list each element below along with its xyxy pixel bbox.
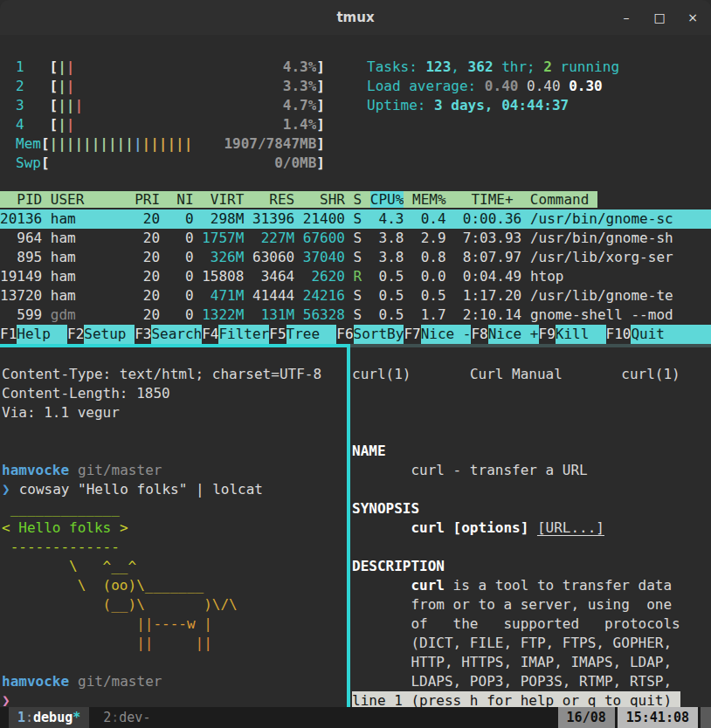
uptime-label: Uptime: bbox=[367, 97, 434, 113]
fkey-item-help[interactable]: F1Help bbox=[0, 325, 67, 344]
cowsay-bubble-bottom: ------------- bbox=[2, 538, 347, 557]
threads-count: 362 bbox=[468, 58, 494, 75]
man-indent bbox=[352, 519, 411, 536]
cowsay-cow-line: \ (oo)\_______ bbox=[2, 576, 347, 595]
meter-bracket: ] bbox=[316, 77, 325, 96]
description-curl-word: curl bbox=[411, 577, 445, 594]
state-cell: S bbox=[345, 249, 370, 265]
cowsay-cow-line: ||----w | bbox=[2, 615, 347, 634]
htop-summary: Tasks: 123, 362 thr; 2 running Load aver… bbox=[367, 58, 619, 115]
process-row[interactable]: 19149 ham 20 0 15808 3464 2620 R 0.5 0.0… bbox=[0, 267, 711, 286]
shr-cell: 24216 bbox=[294, 287, 345, 304]
shr-cell: 56328 bbox=[294, 306, 345, 323]
shr-cell: 37040 bbox=[294, 249, 345, 265]
fkey-item-kill[interactable]: F9Kill bbox=[539, 325, 606, 344]
process-row[interactable]: 13720 ham 20 0 471M 41444 24216 S 0.5 0.… bbox=[0, 286, 711, 306]
meter-value: 4.7% bbox=[283, 96, 317, 115]
meter-value: 3.3% bbox=[283, 77, 317, 96]
cpu-bar-red: | bbox=[66, 116, 75, 133]
meter-label: Mem bbox=[16, 134, 41, 154]
cowsay-cow-line: || || bbox=[2, 634, 347, 653]
uptime-value: 3 days, 04:44:37 bbox=[434, 97, 569, 113]
man-title-left: curl(1) bbox=[352, 366, 411, 382]
command-cell: gnome-shell --mod bbox=[530, 306, 673, 323]
fkey-item-nice-plus[interactable]: F8Nice + bbox=[471, 325, 538, 344]
minimize-icon[interactable]: – bbox=[618, 8, 634, 27]
stats-cell: 0.5 1.7 2:10.14 bbox=[370, 306, 530, 323]
header-sort-column-cpu[interactable]: CPU% bbox=[370, 191, 404, 208]
fkey-item-quit[interactable]: F10Quit bbox=[606, 325, 665, 344]
shell-pane[interactable]: Content-Type: text/html; charset=UTF-8 C… bbox=[0, 347, 347, 707]
cpu-meter-2: 2 [||3.3%] bbox=[16, 77, 325, 96]
pid-cell: 895 bbox=[0, 249, 51, 265]
fkey-item-sortby[interactable]: F6SortBy bbox=[336, 325, 404, 344]
process-row[interactable]: 895 ham 20 0 326M 63060 37040 S 3.8 0.8 … bbox=[0, 248, 711, 267]
process-row-selected[interactable]: 20136 ham 20 0 298M 31396 21400 S 4.3 0.… bbox=[0, 209, 711, 229]
res-cell: 227M bbox=[244, 230, 294, 246]
meter-bracket: [ bbox=[50, 96, 59, 115]
res-cell: 3464 bbox=[244, 268, 294, 285]
state-cell: S bbox=[345, 287, 370, 304]
process-row[interactable]: 964 ham 20 0 1757M 227M 67600 S 3.8 2.9 … bbox=[0, 229, 711, 248]
cpu-bar-red: | bbox=[74, 97, 83, 113]
pri-ni-cell: 20 0 bbox=[127, 287, 194, 304]
bubble-left-bracket: < bbox=[2, 519, 10, 536]
blank-line bbox=[2, 442, 347, 461]
man-section-name: NAME bbox=[352, 442, 711, 461]
mem-bar-yellow: |||||| bbox=[142, 135, 193, 152]
virt-cell: 1757M bbox=[194, 230, 245, 246]
window-titlebar: tmux –□× bbox=[0, 0, 711, 35]
blank-line bbox=[352, 384, 711, 403]
fkey-label: Help bbox=[17, 325, 67, 344]
synopsis-url-link: [URL...] bbox=[537, 519, 604, 536]
load-1min: 0.40 bbox=[485, 78, 519, 94]
state-cell: R bbox=[345, 268, 370, 285]
maximize-icon[interactable]: □ bbox=[652, 8, 667, 27]
man-gap bbox=[411, 366, 469, 382]
pager-status-bar: line 1 (press h for help or q to quit) bbox=[352, 691, 680, 707]
fkey-number: F8 bbox=[471, 325, 487, 344]
window-tab-debug[interactable]: 1:debug* bbox=[9, 707, 89, 728]
pid-cell: 964 bbox=[0, 230, 51, 246]
state-cell: S bbox=[345, 210, 370, 227]
cowsay-message: < Hello folks > bbox=[2, 519, 347, 538]
window-tab-dev[interactable]: 2:dev- bbox=[103, 708, 150, 727]
process-row[interactable]: 599 gdm 20 0 1322M 131M 56328 S 0.5 1.7 … bbox=[0, 306, 711, 325]
bottom-panes: Content-Type: text/html; charset=UTF-8 C… bbox=[0, 347, 711, 707]
man-description-line: curl is a tool to transfer data bbox=[352, 576, 711, 595]
prompt-cursor-line[interactable]: ❯ bbox=[2, 691, 347, 707]
stats-cell: 3.8 0.8 8:07.97 bbox=[370, 249, 530, 265]
man-description-line: of the supported protocols bbox=[352, 615, 711, 634]
meter-label: 4 bbox=[16, 115, 50, 134]
stats-cell: 3.8 2.9 7:03.93 bbox=[370, 230, 530, 246]
close-icon[interactable]: × bbox=[685, 8, 701, 27]
fkey-label: Tree bbox=[286, 325, 337, 344]
fkey-label: SortBy bbox=[354, 325, 404, 344]
header-columns-left[interactable]: PID USER PRI NI VIRT RES SHR S bbox=[0, 191, 370, 208]
header-columns-right[interactable]: MEM% TIME+ Command bbox=[404, 191, 597, 208]
cowsay-cow-line: \ ^__^ bbox=[2, 557, 347, 576]
user-cell: gdm bbox=[51, 306, 127, 323]
fkey-item-filter[interactable]: F4Filter bbox=[202, 325, 269, 344]
state-cell: S bbox=[345, 306, 370, 323]
fkey-number: F10 bbox=[606, 325, 632, 344]
meter-bracket: ] bbox=[316, 115, 325, 134]
cpu-bar-red: | bbox=[66, 58, 75, 75]
virt-cell: 471M bbox=[194, 287, 245, 304]
virt-cell: 298M bbox=[194, 210, 245, 227]
bubble-right-bracket: > bbox=[120, 519, 128, 536]
meter-label: 1 bbox=[16, 58, 50, 77]
meter-bracket: [ bbox=[50, 77, 59, 96]
virt-cell: 1322M bbox=[194, 306, 245, 323]
fkey-bar: F1Help F2Setup F3SearchF4FilterF5Tree F6… bbox=[0, 325, 711, 344]
meter-value: 0/0MB bbox=[274, 154, 316, 173]
fkey-item-search[interactable]: F3Search bbox=[135, 325, 202, 344]
man-section-synopsis: SYNOPSIS bbox=[352, 499, 711, 519]
man-curl-pane[interactable]: curl(1) Curl Manual curl(1) NAME curl - … bbox=[350, 347, 711, 707]
man-name-text: curl - transfer a URL bbox=[352, 461, 711, 480]
pid-cell: 19149 bbox=[0, 268, 51, 285]
fkey-item-setup[interactable]: F2Setup bbox=[67, 325, 135, 344]
res-cell: 41444 bbox=[244, 287, 294, 304]
fkey-item-tree[interactable]: F5Tree bbox=[269, 325, 336, 344]
fkey-item-nice-minus[interactable]: F7Nice - bbox=[404, 325, 471, 344]
